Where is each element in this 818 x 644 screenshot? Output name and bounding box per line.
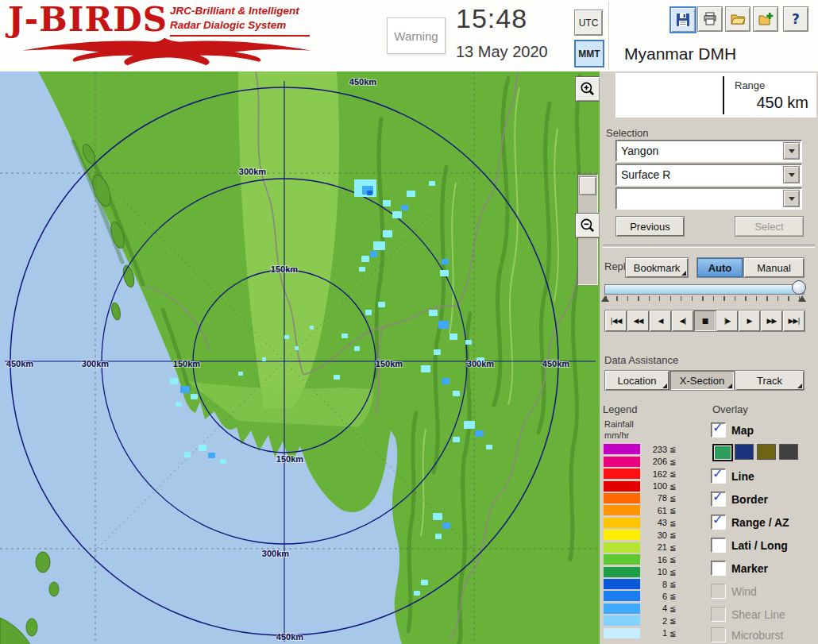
clock-date: 13 May 2020 [456,43,548,61]
map-style-swatch-green[interactable] [712,444,733,461]
checkbox [711,584,726,599]
range-label: Range [735,79,765,91]
folder-icon [730,11,746,27]
control-sidebar: Range 450 km Selection Yangon Surface R … [600,71,818,644]
playback-skip-end-button[interactable]: ▶▶| [782,310,805,332]
map-style-swatch-navy[interactable] [735,444,754,460]
help-icon: ? [792,11,800,27]
overlay-item-line[interactable]: ✓ Line [711,469,754,484]
xsection-button[interactable]: X-Section [669,370,735,391]
chevron-down-icon[interactable] [783,142,800,160]
overlay-item-marker[interactable]: Marker [711,561,768,576]
app-logo-subtitle-2: Radar Dialogic System [170,19,286,31]
checkbox [711,627,726,642]
replay-timeline-slider[interactable] [604,284,804,295]
legend-swatch [604,505,640,515]
open-folder-button[interactable] [725,6,750,32]
radar-map[interactable]: 450km 300km 150km 450km 300km 150km 150k… [0,71,600,644]
location-button[interactable]: Location [604,370,669,391]
overlay-item-wind: Wind [711,584,757,599]
checkbox[interactable]: ✓ [711,422,726,438]
rainfall-legend: 233≦ 206≦ 162≦ 100≦ 78≦ 61≦ 43≦ 30≦ 21≦ … [604,443,708,639]
header-divider [608,2,609,70]
legend-swatch [604,579,640,589]
help-button[interactable]: ? [783,6,808,32]
header-bar: J-BIRDS JRC-Brilliant & Intelligent Rada… [0,0,818,72]
warning-label: Warning [394,29,438,43]
overlay-title: Overlay [712,403,748,415]
site-dropdown-value: Yangon [616,145,783,157]
zoom-out-button[interactable] [575,213,600,238]
clock-time: 15:48 [456,3,527,34]
checkbox[interactable]: ✓ [711,469,726,484]
overlay-item-map[interactable]: ✓ Map [711,422,754,438]
print-icon [702,11,718,27]
xsection-button-label: X-Section [680,375,724,387]
bookmark-button[interactable]: Bookmark [625,257,689,278]
product-dropdown[interactable]: Surface R [615,164,802,186]
map-style-swatch-gray[interactable] [779,444,798,460]
playback-skip-start-button[interactable]: |◀◀ [604,310,627,332]
save-button[interactable] [669,6,696,33]
location-button-label: Location [617,375,656,387]
overlay-item-lati-long[interactable]: Lati / Long [711,538,788,553]
range-divider [723,76,724,114]
mmt-button[interactable]: MMT [574,40,604,67]
legend-swatch [604,530,640,540]
legend-row: 206≦ [604,455,708,467]
legend-row: 43≦ [604,517,708,529]
range-ring-label: 150km [276,454,303,464]
legend-row: 100≦ [604,480,708,492]
range-ring-label: 450km [349,77,376,87]
chevron-down-icon[interactable] [783,190,800,207]
overlay-item-range-az[interactable]: ✓ Range / AZ [711,515,789,530]
legend-row: 162≦ [604,468,708,480]
range-ring-label: 450km [542,359,569,368]
playback-stop-button[interactable]: ■ [693,310,716,332]
checkbox[interactable] [711,561,726,576]
zoom-out-icon [579,217,596,234]
legend-swatch [604,591,640,601]
chevron-down-icon[interactable] [783,166,800,183]
menu-corner-icon [662,384,667,388]
legend-swatch [604,457,640,467]
manual-button[interactable]: Manual [743,257,804,278]
zoom-in-icon [579,80,596,98]
menu-corner-icon [797,384,802,388]
track-button[interactable]: Track [735,370,804,391]
playback-play-button[interactable]: ▶ [738,310,761,332]
checkbox[interactable]: ✓ [711,515,726,530]
extra-dropdown[interactable] [615,187,802,210]
print-button[interactable] [697,6,723,32]
playback-play-reverse-button[interactable]: ◀ [649,310,672,332]
range-ring-label: 450km [276,632,303,642]
station-title: Myanmar DMH [624,44,736,64]
legend-row: 8≦ [604,578,708,590]
legend-swatch [604,481,640,492]
replay-slider-thumb[interactable] [792,280,806,295]
previous-button[interactable]: Previous [615,216,685,237]
map-style-swatch-olive[interactable] [757,444,776,460]
checkbox[interactable] [711,538,726,553]
playback-fast-rewind-button[interactable]: ◀◀ [627,310,650,332]
export-icon [758,11,774,27]
legend-row: 4≦ [604,603,708,615]
range-value: 450 km [756,94,808,112]
zoom-in-button[interactable] [575,76,600,102]
playback-step-forward-button[interactable]: |▶ [716,310,739,332]
checkbox[interactable]: ✓ [711,492,726,507]
zoom-slider-thumb[interactable] [579,176,596,195]
legend-swatch [604,604,640,614]
check-icon: ✓ [712,420,723,435]
overlay-item-microburst: Microburst [711,627,783,642]
overlay-item-border[interactable]: ✓ Border [711,492,768,507]
playback-fast-forward-button[interactable]: ▶▶ [760,310,783,332]
legend-row: 30≦ [604,529,708,541]
range-ring-label: 150km [271,264,298,274]
export-button[interactable] [753,6,778,32]
playback-step-back-button[interactable]: ◀| [671,310,694,332]
utc-button[interactable]: UTC [574,10,603,36]
range-ring-label: 450km [6,359,33,368]
auto-button[interactable]: Auto [696,257,743,278]
site-dropdown[interactable]: Yangon [615,140,802,162]
